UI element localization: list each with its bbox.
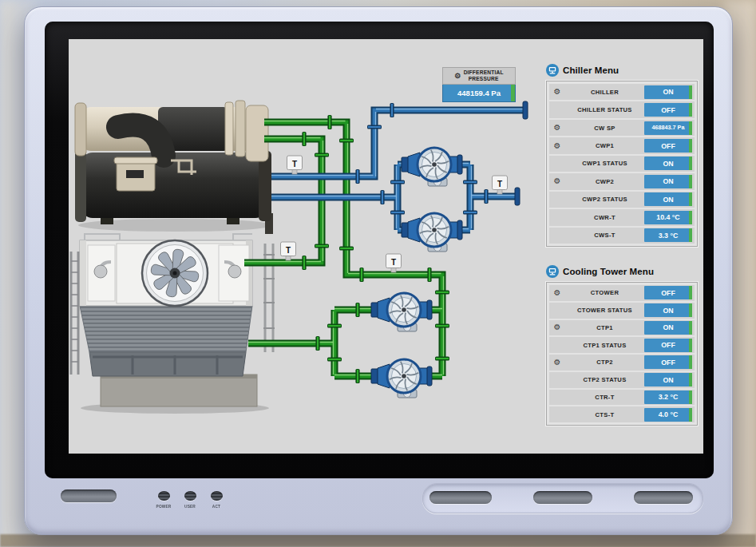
- row-value: ON: [663, 323, 673, 331]
- hvac-menu-icon: [546, 64, 559, 77]
- toggle-button[interactable]: OFF: [644, 286, 692, 299]
- status-indicator: ON: [644, 192, 692, 206]
- gear-icon[interactable]: ⚙: [549, 142, 565, 150]
- toggle-button[interactable]: ON: [644, 85, 692, 99]
- menu-row: CHILLER STATUSOFF: [549, 101, 695, 117]
- value-field: 3.3 °C: [644, 228, 692, 242]
- gear-icon[interactable]: ⚙: [549, 323, 565, 331]
- chiller-menu: Chiller Menu⚙CHILLERONCHILLER STATUSOFF⚙…: [546, 63, 698, 247]
- value-status-strip: [689, 303, 693, 317]
- chilled-water-pump-1: [402, 148, 462, 186]
- value-status-strip: [689, 103, 693, 117]
- row-label: CHILLER STATUS: [565, 106, 644, 113]
- value-status-strip: [689, 228, 693, 242]
- cooling-tower-pump-1: [371, 293, 432, 331]
- menu-row: ⚙CHILLERON: [549, 84, 695, 100]
- toggle-button[interactable]: ON: [644, 321, 692, 335]
- row-label: CWP1: [565, 142, 644, 149]
- differential-pressure-label: DIFFERENTIALPRESSURE: [464, 69, 504, 81]
- power-led-label: POWER: [151, 504, 176, 509]
- row-label: CHILLER: [565, 89, 644, 96]
- row-value: ON: [663, 160, 673, 168]
- row-label: CWP2: [565, 178, 644, 185]
- chilled-water-pump-2: [402, 213, 462, 252]
- value-status-strip: [689, 85, 693, 99]
- pipe-end-flange: [515, 188, 520, 205]
- gear-icon[interactable]: ⚙: [549, 359, 565, 367]
- temperature-sensor: T: [287, 156, 303, 174]
- menu-row: ⚙CW SP468843.7 Pa: [549, 120, 695, 136]
- svg-text:T: T: [292, 160, 297, 168]
- row-value: OFF: [661, 341, 675, 349]
- row-label: CTP1 STATUS: [565, 342, 644, 349]
- value-status-strip: [689, 321, 693, 335]
- speaker-grille: [61, 490, 117, 502]
- status-indicator: ON: [644, 157, 692, 170]
- hvac-menu-icon: [546, 265, 559, 278]
- gear-icon[interactable]: ⚙: [549, 124, 565, 132]
- value-status-strip: [689, 175, 693, 188]
- row-value: 10.4 °C: [656, 213, 679, 221]
- value-status-strip: [689, 157, 693, 170]
- menu-title-text: Chiller Menu: [563, 65, 619, 75]
- speaker-groove: [422, 483, 703, 513]
- menu-row: ⚙CTOWEROFF: [549, 285, 695, 301]
- row-label: CW SP: [565, 125, 644, 132]
- chiller-image: [75, 101, 273, 234]
- differential-pressure-value: 448159.4 Pa: [442, 85, 516, 102]
- status-indicator: ON: [644, 303, 692, 317]
- value-status-strip: [689, 373, 693, 386]
- row-label: CTR-T: [565, 394, 644, 401]
- status-indicator: ON: [644, 373, 692, 386]
- menu-row: ⚙CWP1OFF: [549, 137, 695, 153]
- row-label: CTOWER: [565, 289, 644, 296]
- speaker-grille: [634, 491, 693, 504]
- menu-row: CTP2 STATUSON: [549, 372, 695, 388]
- menu-title: Chiller Menu: [546, 63, 698, 77]
- row-value: 3.2 °C: [659, 393, 679, 401]
- differential-pressure-widget[interactable]: ⚙ DIFFERENTIALPRESSURE 448159.4 Pa: [442, 67, 516, 102]
- row-value: 4.0 °C: [659, 410, 679, 418]
- row-label: CTOWER STATUS: [565, 307, 644, 314]
- row-value: OFF: [661, 359, 675, 367]
- backdrop-floor: [0, 534, 756, 547]
- gear-icon[interactable]: ⚙: [454, 73, 461, 80]
- pipe-end-flange: [523, 101, 528, 119]
- temperature-sensor: T: [386, 254, 402, 272]
- row-value: ON: [663, 196, 673, 204]
- gear-icon[interactable]: ⚙: [549, 289, 565, 297]
- row-value: OFF: [661, 289, 675, 297]
- hmi-screen: T T T T ⚙ DIFFERENTIALPRESSURE: [69, 39, 703, 454]
- panel-pc-frame: T T T T ⚙ DIFFERENTIALPRESSURE: [24, 6, 733, 535]
- status-indicator: OFF: [644, 103, 692, 117]
- value-field: 4.0 °C: [644, 408, 692, 422]
- menu-panel: ⚙CHILLERONCHILLER STATUSOFF⚙CW SP468843.…: [546, 81, 698, 247]
- menu-row: ⚙CTP2OFF: [549, 355, 695, 371]
- menu-row: CTR-T3.2 °C: [549, 390, 695, 406]
- setpoint-field[interactable]: 468843.7 Pa: [644, 121, 692, 135]
- toggle-button[interactable]: OFF: [644, 355, 692, 369]
- row-label: CTS-T: [565, 411, 644, 418]
- value-status-strip: [689, 192, 693, 206]
- menu-row: ⚙CTP1ON: [549, 320, 695, 336]
- act-led: [211, 491, 223, 501]
- menu-row: CTP1 STATUSOFF: [549, 337, 695, 353]
- cooling-tower-image: [71, 234, 275, 414]
- row-value: 468843.7 Pa: [649, 125, 687, 131]
- value-status-strip: [511, 85, 515, 101]
- row-value: 3.3 °C: [659, 232, 679, 240]
- row-label: CWR-T: [565, 214, 644, 221]
- gear-icon[interactable]: ⚙: [549, 88, 565, 96]
- row-value: OFF: [661, 106, 675, 114]
- toggle-button[interactable]: ON: [644, 175, 692, 188]
- user-led: [184, 491, 196, 501]
- gear-icon[interactable]: ⚙: [549, 177, 565, 185]
- toggle-button[interactable]: OFF: [644, 139, 692, 153]
- menu-row: CWS-T3.3 °C: [549, 228, 695, 244]
- menu-row: CWP1 STATUSON: [549, 156, 695, 172]
- menu-title-text: Cooling Tower Menu: [563, 267, 654, 276]
- row-label: CTP2 STATUS: [565, 376, 644, 383]
- row-label: CTP1: [565, 324, 644, 331]
- value-status-strip: [689, 390, 693, 404]
- svg-text:T: T: [497, 180, 502, 188]
